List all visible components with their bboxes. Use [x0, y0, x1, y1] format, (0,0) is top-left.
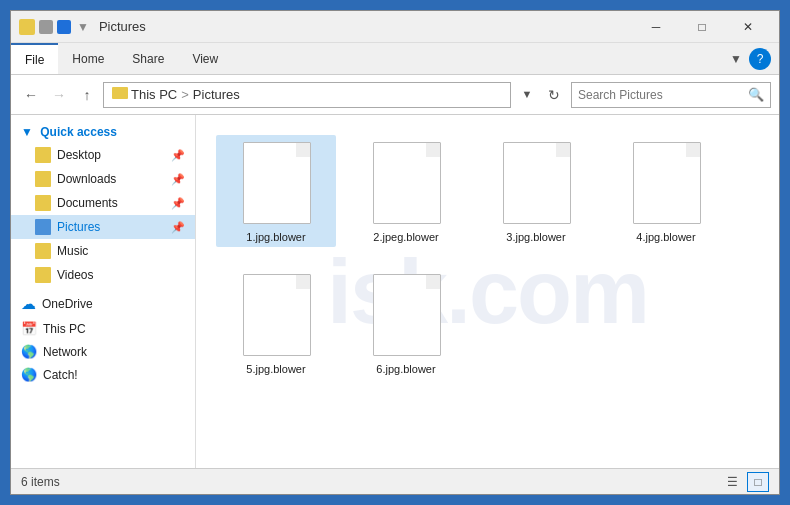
ribbon-arrow-down[interactable]: ▼: [727, 50, 745, 68]
search-input[interactable]: [578, 88, 744, 102]
details-view-button[interactable]: ☰: [721, 472, 743, 492]
explorer-window: ▼ Pictures ─ □ ✕ File Home Share View ▼ …: [10, 10, 780, 495]
cloud-icon: ☁: [21, 295, 36, 313]
file-label-1: 2.jpeg.blower: [373, 231, 438, 243]
sidebar-item-desktop[interactable]: Desktop 📌: [11, 143, 195, 167]
sidebar-item-pictures[interactable]: Pictures 📌: [11, 215, 195, 239]
file-label-0: 1.jpg.blower: [246, 231, 305, 243]
sidebar: ▼ Quick access Desktop 📌 Downloads 📌 Doc…: [11, 115, 196, 468]
catch-icon: 🌎: [21, 367, 37, 382]
quick-access-header[interactable]: ▼ Quick access: [11, 119, 195, 143]
network-icon: 🌎: [21, 344, 37, 359]
main-area: ▼ Quick access Desktop 📌 Downloads 📌 Doc…: [11, 115, 779, 468]
file-icon-1: [370, 139, 442, 227]
sidebar-item-downloads[interactable]: Downloads 📌: [11, 167, 195, 191]
file-label-4: 5.jpg.blower: [246, 363, 305, 375]
refresh-button[interactable]: ↻: [541, 82, 567, 108]
address-bar: ← → ↑ This PC > Pictures ▼ ↻ 🔍: [11, 75, 779, 115]
sidebar-item-network[interactable]: 🌎 Network: [11, 340, 195, 363]
sidebar-item-documents[interactable]: Documents 📌: [11, 191, 195, 215]
file-item-0[interactable]: 1.jpg.blower: [216, 135, 336, 247]
pin-icon-desktop: 📌: [171, 149, 185, 162]
path-folder-icon: [112, 87, 131, 102]
back-button[interactable]: ←: [19, 83, 43, 107]
content-area: isk.com 1.jpg.blower: [196, 115, 779, 468]
sidebar-label-catch: Catch!: [43, 368, 78, 382]
dropdown-button[interactable]: ▼: [515, 82, 539, 106]
folder-icon-music: [35, 243, 51, 259]
sidebar-label-pictures: Pictures: [57, 220, 100, 234]
window-title: Pictures: [99, 19, 146, 34]
tab-share[interactable]: Share: [118, 43, 178, 74]
folder-icon-videos: [35, 267, 51, 283]
title-bar-left: ▼ Pictures: [19, 19, 633, 35]
folder-icon-desktop: [35, 147, 51, 163]
ribbon: File Home Share View ▼ ?: [11, 43, 779, 75]
pc-icon: 📅: [21, 321, 37, 336]
tab-home[interactable]: Home: [58, 43, 118, 74]
sidebar-label-downloads: Downloads: [57, 172, 116, 186]
pin-icon-pictures: 📌: [171, 221, 185, 234]
help-button[interactable]: ?: [749, 48, 771, 70]
sidebar-item-onedrive[interactable]: ☁ OneDrive: [11, 291, 195, 317]
item-count: 6 items: [21, 475, 60, 489]
up-button[interactable]: ↑: [75, 83, 99, 107]
file-icon-5: [370, 271, 442, 359]
status-bar: 6 items ☰ □: [11, 468, 779, 494]
maximize-button[interactable]: □: [679, 11, 725, 43]
file-icon-2: [500, 139, 572, 227]
toolbar-icon-1: [39, 20, 53, 34]
file-item-1[interactable]: 2.jpeg.blower: [346, 135, 466, 247]
sidebar-label-documents: Documents: [57, 196, 118, 210]
minimize-button[interactable]: ─: [633, 11, 679, 43]
search-box: 🔍: [571, 82, 771, 108]
folder-icon-pictures: [35, 219, 51, 235]
folder-icon-documents: [35, 195, 51, 211]
sidebar-label-music: Music: [57, 244, 88, 258]
file-label-3: 4.jpg.blower: [636, 231, 695, 243]
sidebar-item-videos[interactable]: Videos: [11, 263, 195, 287]
files-grid: 1.jpg.blower 2.jpeg.blower: [206, 125, 769, 389]
sidebar-label-thispc: This PC: [43, 322, 86, 336]
file-icon-3: [630, 139, 702, 227]
toolbar-icon-2: [57, 20, 71, 34]
folder-icon-downloads: [35, 171, 51, 187]
file-item-4[interactable]: 5.jpg.blower: [216, 267, 336, 379]
quick-access-label: Quick access: [40, 125, 117, 139]
large-icon-view-button[interactable]: □: [747, 472, 769, 492]
path-pictures[interactable]: Pictures: [193, 87, 240, 102]
window-icon: [19, 19, 35, 35]
tab-file[interactable]: File: [11, 43, 58, 74]
sidebar-label-network: Network: [43, 345, 87, 359]
path-segment: This PC > Pictures: [131, 87, 240, 102]
file-item-2[interactable]: 3.jpg.blower: [476, 135, 596, 247]
file-item-5[interactable]: 6.jpg.blower: [346, 267, 466, 379]
sidebar-label-videos: Videos: [57, 268, 93, 282]
tab-view[interactable]: View: [178, 43, 232, 74]
sidebar-item-music[interactable]: Music: [11, 239, 195, 263]
close-button[interactable]: ✕: [725, 11, 771, 43]
file-icon-0: [240, 139, 312, 227]
pin-icon-downloads: 📌: [171, 173, 185, 186]
toolbar-separator: ▼: [77, 20, 89, 34]
forward-button[interactable]: →: [47, 83, 71, 107]
address-path[interactable]: This PC > Pictures: [103, 82, 511, 108]
sidebar-item-catch[interactable]: 🌎 Catch!: [11, 363, 195, 386]
title-bar-controls: ─ □ ✕: [633, 11, 771, 43]
search-icon: 🔍: [748, 87, 764, 102]
file-item-3[interactable]: 4.jpg.blower: [606, 135, 726, 247]
view-buttons: ☰ □: [721, 472, 769, 492]
path-separator-1: >: [181, 87, 189, 102]
path-controls: ▼ ↻: [515, 82, 567, 108]
pin-icon-documents: 📌: [171, 197, 185, 210]
sidebar-label-desktop: Desktop: [57, 148, 101, 162]
sidebar-item-thispc[interactable]: 📅 This PC: [11, 317, 195, 340]
sidebar-label-onedrive: OneDrive: [42, 297, 93, 311]
title-bar: ▼ Pictures ─ □ ✕: [11, 11, 779, 43]
path-this-pc[interactable]: This PC: [131, 87, 177, 102]
file-icon-4: [240, 271, 312, 359]
file-label-5: 6.jpg.blower: [376, 363, 435, 375]
file-label-2: 3.jpg.blower: [506, 231, 565, 243]
